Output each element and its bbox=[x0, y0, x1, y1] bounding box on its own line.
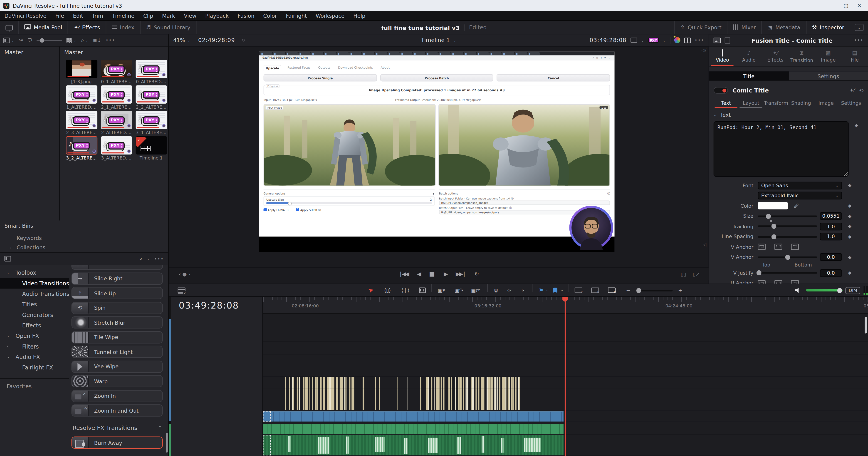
viewer-options-icon[interactable]: ••• bbox=[694, 38, 704, 43]
overwrite-clip-button[interactable]: ▣↷ bbox=[455, 284, 463, 296]
browser-tab[interactable] bbox=[388, 52, 400, 55]
timeline-clip[interactable] bbox=[312, 377, 313, 388]
sidebar-item-titles[interactable]: Titles bbox=[0, 299, 69, 310]
param-slider[interactable] bbox=[758, 272, 817, 274]
browser-tab[interactable] bbox=[528, 52, 540, 55]
timeline-clip[interactable] bbox=[263, 435, 563, 455]
slider-thumb[interactable] bbox=[766, 213, 771, 219]
timeline-clip[interactable] bbox=[293, 377, 294, 388]
align-option-1[interactable] bbox=[774, 244, 782, 250]
gradio-tab-about[interactable]: About bbox=[379, 65, 391, 72]
menu-clip[interactable]: Clip bbox=[143, 13, 153, 19]
timeline-clip[interactable] bbox=[475, 377, 476, 388]
timeline-clip[interactable] bbox=[306, 388, 308, 410]
bin-item-master[interactable]: Master bbox=[4, 49, 55, 55]
sidebar-item-video-transitions[interactable]: Video Transitions bbox=[0, 278, 69, 289]
sidebar-item-toolbox[interactable]: ⌄Toolbox bbox=[0, 268, 69, 278]
section-tab-transform[interactable]: Transform bbox=[764, 100, 788, 108]
timeline-clip[interactable] bbox=[518, 377, 519, 388]
monitor-volume-slider[interactable] bbox=[803, 284, 846, 296]
slider-thumb[interactable] bbox=[771, 224, 776, 229]
align-option-2[interactable] bbox=[791, 244, 799, 250]
gradio-tab-upscale[interactable]: Upscale bbox=[264, 65, 282, 72]
browser-tab[interactable] bbox=[273, 52, 285, 55]
timeline-clip[interactable] bbox=[488, 377, 490, 388]
browser-tab[interactable] bbox=[349, 52, 362, 55]
param-value[interactable]: 1.0 bbox=[820, 233, 842, 240]
gradio-tab-download-checkpoints[interactable]: Download Checkpoints bbox=[337, 65, 375, 72]
timeline-clip[interactable] bbox=[349, 388, 350, 410]
title-text-input[interactable] bbox=[714, 121, 849, 177]
clip-note-icon[interactable]: 🗩 bbox=[27, 37, 32, 43]
razor-tool[interactable] bbox=[419, 284, 426, 296]
timeline-clip[interactable] bbox=[515, 377, 516, 388]
timeline-clip[interactable] bbox=[333, 388, 335, 410]
segment-title[interactable]: Title bbox=[709, 72, 788, 80]
effects-search-icon[interactable]: ⌕ bbox=[139, 255, 142, 262]
timeline-clip[interactable] bbox=[466, 377, 467, 388]
media-item[interactable]: ♪PXY2_ALTERED.... bbox=[99, 111, 133, 135]
zoom-in-icon[interactable]: + bbox=[678, 284, 682, 296]
color-swatch[interactable] bbox=[758, 202, 788, 209]
font-family-dropdown[interactable]: Open Sans⌄ bbox=[758, 181, 842, 189]
timeline-clip[interactable] bbox=[508, 377, 508, 388]
tab-image[interactable]: ▨Image bbox=[815, 47, 842, 66]
scale-to-fit-icon[interactable] bbox=[630, 38, 637, 43]
media-item[interactable]: ♪PXY1_ALTERED.... bbox=[64, 85, 98, 110]
timeline-clip[interactable] bbox=[375, 388, 376, 410]
timeline-clip[interactable] bbox=[299, 388, 300, 410]
sidebar-item-generators[interactable]: Generators bbox=[0, 310, 69, 320]
keyframe-diamond-icon[interactable]: ◆ bbox=[842, 224, 857, 229]
timeline-clip[interactable] bbox=[431, 388, 432, 410]
timeline-clip[interactable] bbox=[379, 377, 380, 388]
transition-item[interactable]: Vee Wipe bbox=[71, 360, 163, 373]
smart-bin-keywords[interactable]: Keywords bbox=[4, 233, 164, 243]
effects-scrollbar[interactable] bbox=[166, 433, 167, 453]
timeline-clip[interactable] bbox=[491, 388, 493, 410]
audio-monitor-icon[interactable] bbox=[795, 284, 801, 296]
timeline-clip[interactable] bbox=[503, 388, 505, 410]
sidebar-item-effects[interactable]: Effects bbox=[0, 320, 69, 331]
output-image-panel[interactable]: 1 ⊞ bbox=[438, 104, 610, 186]
align-option-1[interactable] bbox=[774, 280, 782, 284]
timeline-clip[interactable] bbox=[461, 388, 462, 410]
image-count-badge[interactable]: 1 ⊞ bbox=[600, 106, 608, 109]
transition-item[interactable]: Spin bbox=[71, 302, 163, 314]
flag-button[interactable]: ⚑ bbox=[538, 284, 544, 296]
stop-button[interactable]: ■ bbox=[429, 270, 435, 278]
timeline-clip[interactable] bbox=[363, 388, 364, 410]
timeline-clip[interactable] bbox=[303, 388, 305, 410]
menu-fusion[interactable]: Fusion bbox=[238, 13, 254, 19]
transition-item[interactable]: Stretch Blur bbox=[71, 316, 163, 329]
timeline-clip[interactable] bbox=[452, 377, 452, 388]
timeline-clip[interactable] bbox=[513, 388, 514, 410]
toolbar-button-sound-library[interactable]: ♬Sound Library bbox=[141, 21, 197, 34]
timeline-clip[interactable] bbox=[297, 377, 298, 388]
trim-edit-mode-tool[interactable]: ⟨▯⟩ bbox=[384, 284, 391, 296]
insert-clip-button[interactable]: ▣▾ bbox=[438, 284, 445, 296]
chevron-down-icon[interactable]: ⌄ bbox=[147, 257, 150, 261]
menu-davinci-resolve[interactable]: DaVinci Resolve bbox=[4, 13, 46, 19]
timeline-clip[interactable] bbox=[344, 377, 345, 388]
sort-button[interactable]: ≡↓ bbox=[93, 37, 101, 43]
param-slider[interactable] bbox=[758, 225, 817, 227]
zoom-detail-button[interactable] bbox=[591, 284, 603, 296]
zoom-custom-button[interactable] bbox=[608, 284, 619, 296]
smart-bin-collections[interactable]: ›Collections bbox=[4, 243, 164, 252]
timeline-clip[interactable] bbox=[428, 388, 429, 410]
upscale-size-slider[interactable] bbox=[266, 202, 432, 204]
effects-options-icon[interactable]: ••• bbox=[154, 256, 164, 261]
general-options-title[interactable]: General options bbox=[264, 191, 286, 195]
chevron-down-icon[interactable]: ⌄ bbox=[546, 284, 549, 296]
timeline-clip[interactable] bbox=[349, 377, 350, 388]
timeline-clip[interactable] bbox=[505, 377, 506, 388]
menu-color[interactable]: Color bbox=[263, 13, 277, 19]
effects-panel-toggle-icon[interactable] bbox=[4, 256, 11, 261]
tab-video[interactable]: Video bbox=[709, 47, 736, 66]
timeline-clip[interactable] bbox=[352, 377, 354, 388]
toolbar-button-effects[interactable]: ✦⁄Effects bbox=[68, 21, 106, 34]
browser-tab[interactable] bbox=[515, 52, 527, 55]
play-button[interactable]: ▶ bbox=[444, 271, 447, 277]
timeline-clip[interactable] bbox=[263, 411, 563, 422]
timeline-clip[interactable] bbox=[289, 388, 290, 410]
